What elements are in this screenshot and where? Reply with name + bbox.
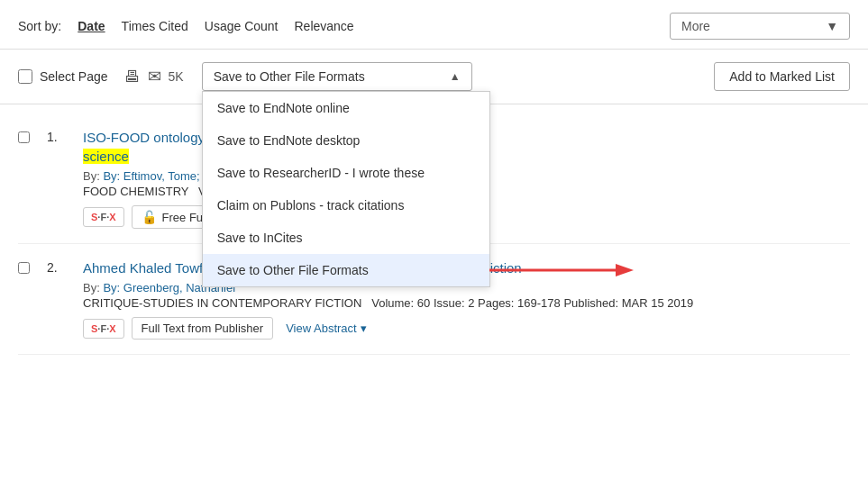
save-dropdown-menu: Save to EndNote online Save to EndNote d… [202,91,490,287]
result-2-sfx-button[interactable]: S·F·X [83,319,124,339]
count-badge[interactable]: 5K [169,69,184,84]
toolbar-row: Select Page 🖶 ✉ 5K Save to Other File Fo… [0,50,868,104]
dropdown-last-row: Save to Other File Formats [203,254,489,286]
result-1-highlight: science [83,149,129,164]
add-to-marked-list-button[interactable]: Add to Marked List [714,62,850,91]
chevron-down-icon: ▼ [826,19,838,33]
result-2-full-text-publisher-button[interactable]: Full Text from Publisher [132,317,274,340]
select-page-area: Select Page [18,69,108,84]
result-2-number: 2. [47,258,69,340]
more-dropdown[interactable]: More ▼ [670,13,850,40]
sort-bar: Sort by: Date Times Cited Usage Count Re… [0,0,868,50]
sfx-logo-1: S·F·X [91,212,116,222]
result-1-checkbox[interactable] [18,131,30,143]
select-page-label[interactable]: Select Page [40,69,108,84]
result-1-by-label: By: [83,169,103,183]
chevron-down-icon-2: ▾ [361,322,367,335]
result-2-actions: S·F·X Full Text from Publisher View Abst… [83,317,850,340]
result-2-by-label: By: [83,281,103,294]
dropdown-researcherid[interactable]: Save to ResearcherID - I wrote these [203,157,489,189]
result-1-title-link-2[interactable]: science [83,149,129,164]
sort-date[interactable]: Date [78,19,105,33]
dropdown-endnote-online[interactable]: Save to EndNote online [203,92,489,124]
lock-icon: 🔓 [142,210,157,224]
sfx-logo-2: S·F·X [91,323,116,334]
sort-relevance[interactable]: Relevance [295,19,354,33]
result-1-journal-name: FOOD CHEMISTRY [83,185,188,198]
result-1-number: 1. [47,128,69,229]
toolbar-icons: 🖶 ✉ 5K [124,67,184,86]
email-icon[interactable]: ✉ [148,67,161,86]
result-1-sfx-button[interactable]: S·F·X [83,207,124,227]
result-2-checkbox-area [18,258,32,340]
dropdown-incites[interactable]: Save to InCites [203,222,489,254]
sort-times-cited[interactable]: Times Cited [122,19,188,33]
result-2-view-abstract-button[interactable]: View Abstract ▾ [280,318,372,339]
sort-by-label: Sort by: [18,19,61,33]
select-page-checkbox[interactable] [18,69,32,84]
save-dropdown-wrapper: Save to Other File Formats ▲ Save to End… [202,62,472,91]
result-2-full-text-label: Full Text from Publisher [142,322,264,335]
dropdown-other-formats[interactable]: Save to Other File Formats [203,254,489,286]
result-2-journal-details: Volume: 60 Issue: 2 Pages: 169-178 Publi… [371,296,693,310]
dropdown-endnote-desktop[interactable]: Save to EndNote desktop [203,124,489,157]
result-1-checkbox-area [18,128,32,229]
result-2-journal: CRITIQUE-STUDIES IN CONTEMPORARY FICTION… [83,296,850,310]
arrow-up-icon: ▲ [450,70,461,83]
result-2-journal-name: CRITIQUE-STUDIES IN CONTEMPORARY FICTION [83,296,361,310]
print-icon[interactable]: 🖶 [124,68,141,86]
result-2-view-abstract-label: View Abstract [286,322,357,335]
sort-usage-count[interactable]: Usage Count [205,19,279,33]
dropdown-publons[interactable]: Claim on Publons - track citations [203,189,489,222]
result-2-checkbox[interactable] [18,262,30,274]
save-dropdown-trigger[interactable]: Save to Other File Formats ▲ [202,62,472,91]
more-label: More [681,19,710,33]
save-dropdown-label: Save to Other File Formats [214,69,365,84]
